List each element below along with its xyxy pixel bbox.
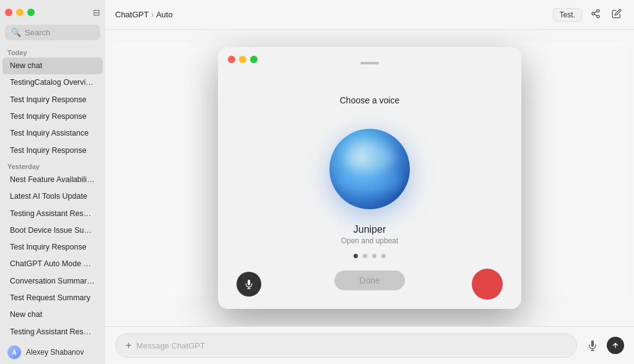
voice-modal-header — [218, 47, 521, 72]
voice-dot-3[interactable] — [372, 254, 376, 258]
minimize-button[interactable] — [16, 9, 24, 16]
sidebar-item-new-chat-1[interactable]: New chat — [2, 58, 103, 74]
sidebar: ⊟ 🔍 Search Today New chat TestingCatalog… — [0, 0, 105, 364]
modal-maximize-button[interactable] — [250, 56, 258, 63]
svg-line-4 — [594, 11, 597, 13]
app-mode: Auto — [156, 10, 173, 19]
modal-close-button[interactable] — [228, 56, 235, 63]
sidebar-top: ⊟ — [0, 0, 105, 22]
sidebar-item-test-inquiry-assistance[interactable]: Test Inquiry Assistance — [2, 125, 103, 142]
sidebar-item-test-inquiry-response-1[interactable]: Test Inquiry Response — [2, 92, 103, 108]
svg-point-2 — [597, 15, 599, 18]
voice-modal-footer: Done — [218, 271, 521, 290]
section-yesterday: Yesterday — [0, 159, 105, 171]
edit-button[interactable] — [609, 6, 624, 23]
stop-button[interactable] — [472, 269, 503, 300]
voice-dot-2[interactable] — [363, 254, 367, 258]
section-today: Today — [0, 45, 105, 58]
voice-dot-4[interactable] — [381, 254, 386, 258]
app-name: ChatGPT — [115, 10, 149, 19]
done-button[interactable]: Done — [334, 271, 404, 290]
sidebar-item-testing-assistant-1[interactable]: Testing Assistant Response — [2, 206, 103, 222]
sidebar-item-boot-device[interactable]: Boot Device Issue Summary — [2, 222, 103, 239]
search-label: Search — [25, 28, 50, 37]
app-title: ChatGPT › Auto — [115, 10, 173, 19]
voice-orb[interactable] — [329, 129, 410, 209]
sidebar-toggle-button[interactable]: ⊟ — [93, 7, 100, 17]
sidebar-item-chatgpt-auto[interactable]: ChatGPT Auto Mode Rollout — [2, 256, 103, 272]
sidebar-item-latest-ai-tools[interactable]: Latest AI Tools Update — [2, 188, 103, 205]
voice-name: Juniper — [218, 224, 521, 235]
search-icon: 🔍 — [11, 28, 21, 37]
voice-picker-modal: Choose a voice Juniper Open and upbeat — [218, 47, 521, 309]
sidebar-item-nest-feature[interactable]: Nest Feature Availability Check — [2, 171, 103, 188]
chat-area: Choose a voice Juniper Open and upbeat — [105, 30, 634, 326]
voice-dots — [218, 254, 521, 258]
message-input-container[interactable]: + Message ChatGPT — [115, 333, 577, 358]
main-header: ChatGPT › Auto Test. — [105, 0, 634, 30]
svg-line-3 — [594, 14, 597, 16]
choose-voice-title: Choose a voice — [218, 90, 521, 110]
avatar: A — [7, 345, 21, 359]
traffic-lights — [5, 9, 35, 16]
main-content: ChatGPT › Auto Test. — [105, 0, 634, 364]
sidebar-item-test-inquiry-response-3[interactable]: Test Inquiry Response — [2, 142, 103, 159]
microphone-button[interactable] — [237, 272, 261, 297]
user-name: Alexey Shabanov — [26, 348, 84, 357]
drag-handle — [360, 62, 379, 64]
share-button[interactable] — [588, 6, 603, 23]
message-placeholder: Message ChatGPT — [136, 341, 205, 350]
sidebar-item-test-inquiry-response-2[interactable]: Test Inquiry Response — [2, 108, 103, 125]
svg-point-0 — [597, 9, 599, 12]
voice-modal-traffic-lights — [228, 56, 258, 63]
sidebar-item-new-chat-2[interactable]: New chat — [2, 306, 103, 323]
voice-dot-1[interactable] — [354, 254, 358, 258]
test-badge: Test. — [553, 8, 582, 22]
modal-minimize-button[interactable] — [239, 56, 246, 63]
bottom-bar: + Message ChatGPT — [105, 326, 634, 364]
header-actions: Test. — [553, 6, 624, 23]
sidebar-item-conversation-summary[interactable]: Conversation Summary Request — [2, 273, 103, 290]
voice-orb-container[interactable] — [218, 110, 521, 222]
sidebar-item-testing-assistant-2[interactable]: Testing Assistant Response — [2, 324, 103, 340]
send-button[interactable] — [607, 337, 624, 354]
close-button[interactable] — [5, 9, 12, 16]
add-icon[interactable]: + — [126, 340, 131, 351]
sidebar-item-test-request[interactable]: Test Request Summary — [2, 290, 103, 306]
bottom-icons — [583, 336, 624, 355]
sidebar-item-test-inquiry-response-4[interactable]: Test Inquiry Response — [2, 239, 103, 256]
sidebar-item-testing-catalog[interactable]: TestingCatalog Overview and I... — [2, 74, 103, 91]
voice-input-button[interactable] — [583, 336, 602, 355]
svg-point-1 — [592, 12, 594, 15]
breadcrumb-arrow: › — [151, 11, 154, 19]
voice-description: Open and upbeat — [218, 236, 521, 245]
maximize-button[interactable] — [27, 9, 35, 16]
search-bar[interactable]: 🔍 Search — [5, 25, 100, 40]
user-profile[interactable]: A Alexey Shabanov — [0, 340, 105, 364]
modal-overlay: Choose a voice Juniper Open and upbeat — [105, 30, 634, 326]
